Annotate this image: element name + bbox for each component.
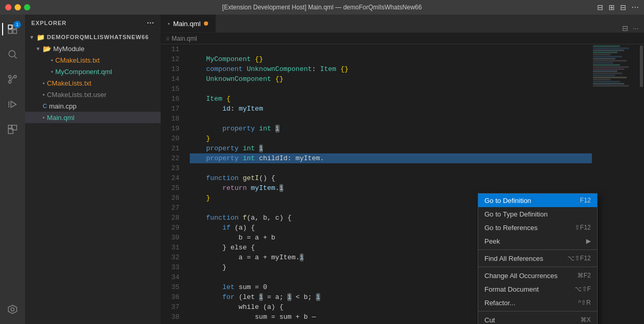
svg-rect-0 (8, 25, 12, 29)
tab-label: Main.qml (173, 20, 201, 28)
file-label: CMakeLists.txt (55, 56, 100, 64)
file-tree: ▼ 📁 DEMOFORQMLLISWHATSNEW66 ▼ 📂 MyModule… (25, 31, 161, 324)
breadcrumb: ≡ Main.qml (161, 33, 644, 44)
activity-run[interactable] (2, 94, 23, 115)
tree-file-main-qml[interactable]: ▪ Main.qml (25, 112, 161, 123)
sidebar-header-icons: ··· (147, 19, 154, 27)
svg-point-15 (11, 308, 14, 311)
more-actions-icon[interactable]: ··· (633, 24, 639, 32)
minimap-line (593, 79, 611, 80)
tree-file-mycomponent[interactable]: ▪ MyComponent.qml (25, 66, 161, 77)
chevron-down-icon: ▼ (29, 34, 34, 40)
cmake-icon: ▪ (51, 57, 53, 63)
code-line: function getI() { (190, 173, 592, 183)
menu-item-cut[interactable]: Cut⌘X (478, 313, 597, 324)
minimap-line (593, 81, 620, 82)
minimap-line (593, 45, 620, 47)
tab-main-qml[interactable]: ▪ Main.qml (161, 15, 216, 32)
svg-line-5 (15, 56, 17, 58)
code-area: 1112131415161718192021222324252627282930… (161, 44, 644, 324)
code-line: UnknownComponent {} (190, 74, 592, 84)
code-line: Item { (190, 94, 592, 104)
editor-area: ▪ Main.qml ⊟ ··· ≡ Main.qml 111213141516… (161, 15, 644, 324)
tree-root[interactable]: ▼ 📁 DEMOFORQMLLISWHATSNEW66 (25, 31, 161, 43)
new-file-icon[interactable]: ··· (147, 19, 154, 27)
tab-modified-indicator (204, 21, 208, 26)
activity-explorer[interactable]: 1 (2, 19, 23, 40)
close-button[interactable] (5, 4, 11, 10)
menu-item-go-to-type-definition[interactable]: Go to Type Definition (478, 207, 597, 221)
menu-item-go-to-definition[interactable]: Go to DefinitionF12 (478, 194, 597, 207)
maximize-button[interactable] (24, 4, 30, 10)
activity-search[interactable] (2, 44, 23, 65)
minimap-line (593, 50, 624, 51)
svg-rect-3 (13, 30, 17, 33)
file-label: Main.qml (47, 114, 75, 122)
tree-folder-mymodule[interactable]: ▼ 📂 MyModule (25, 43, 161, 54)
menu-item-refactor[interactable]: Refactor...^⇧R (478, 296, 597, 309)
tree-file-cmakelists1[interactable]: ▪ CMakeLists.txt (25, 54, 161, 66)
minimap-line (593, 73, 622, 74)
explorer-badge: 1 (14, 21, 21, 28)
minimap-line (593, 85, 629, 87)
code-line: id: myItem (190, 104, 592, 114)
main-container: 1 (0, 15, 644, 324)
menu-item-shortcut: ▶ (586, 237, 591, 245)
menu-separator (478, 249, 597, 250)
traffic-lights (5, 4, 30, 10)
folder-label: MyModule (53, 45, 84, 53)
tree-file-cmakelists-user[interactable]: ▪ CMakeLists.txt.user (25, 89, 161, 100)
menu-item-label: Go to Type Definition (484, 210, 548, 218)
minimap (592, 44, 639, 324)
svg-rect-2 (8, 30, 12, 33)
svg-point-4 (9, 51, 15, 57)
svg-point-7 (14, 76, 17, 78)
menu-item-change-all-occurrences[interactable]: Change All Occurrences⌘F2 (478, 269, 597, 282)
qml-icon: ▪ (51, 68, 53, 75)
scrollbar[interactable] (639, 44, 644, 324)
tree-file-main-cpp[interactable]: C main.cpp (25, 100, 161, 112)
menu-item-peek[interactable]: Peek▶ (478, 234, 597, 248)
qml-file-icon: ▪ (43, 114, 45, 121)
menu-item-format-document[interactable]: Format Document⌥⇧F (478, 282, 597, 296)
minimap-line (593, 66, 629, 68)
activity-extensions[interactable] (2, 119, 23, 140)
minimap-line (593, 56, 622, 57)
layout-icon[interactable]: ⊞ (609, 3, 615, 11)
svg-marker-9 (11, 101, 16, 107)
menu-item-find-all-references[interactable]: Find All References⌥⇧F12 (478, 251, 597, 265)
activity-source-control[interactable] (2, 69, 23, 90)
code-line: property int childId: myItem. (190, 153, 592, 163)
minimap-content (592, 44, 639, 88)
svg-marker-14 (8, 305, 17, 314)
tree-file-cmakelists2[interactable]: ▪ CMakeLists.txt (25, 77, 161, 89)
svg-rect-13 (8, 125, 11, 128)
line-numbers: 1112131415161718192021222324252627282930… (161, 44, 186, 324)
activity-bar: 1 (0, 15, 25, 324)
minimap-line (593, 83, 624, 85)
minimap-line (593, 58, 615, 59)
menu-item-shortcut: ^⇧R (578, 299, 591, 306)
menu-item-label: Cut (484, 316, 495, 324)
activity-qml[interactable] (2, 299, 23, 320)
split-editor-icon[interactable]: ⊟ (622, 24, 628, 32)
code-line (190, 84, 592, 94)
minimap-line (593, 62, 613, 64)
folder-icon: 📁 (37, 33, 45, 41)
minimap-line (593, 54, 611, 55)
minimap-line (593, 75, 615, 76)
more-icon[interactable]: ⋯ (631, 3, 639, 11)
cmake-icon: ▪ (43, 80, 45, 86)
sidebar-toggle-icon[interactable]: ⊟ (597, 3, 603, 11)
menu-item-go-to-references[interactable]: Go to References⇧F12 (478, 221, 597, 234)
file-label: CMakeLists.txt.user (47, 91, 106, 99)
panel-icon[interactable]: ⊟ (620, 3, 626, 11)
menu-item-shortcut: F12 (580, 197, 591, 204)
minimap-line (593, 77, 627, 78)
scrollbar-thumb[interactable] (640, 45, 643, 87)
code-line: property int i (190, 124, 592, 134)
menu-item-label: Change All Occurrences (484, 272, 557, 280)
minimize-button[interactable] (15, 4, 21, 10)
menu-item-shortcut: ⌥⇧F (575, 285, 591, 293)
menu-separator (478, 311, 597, 311)
